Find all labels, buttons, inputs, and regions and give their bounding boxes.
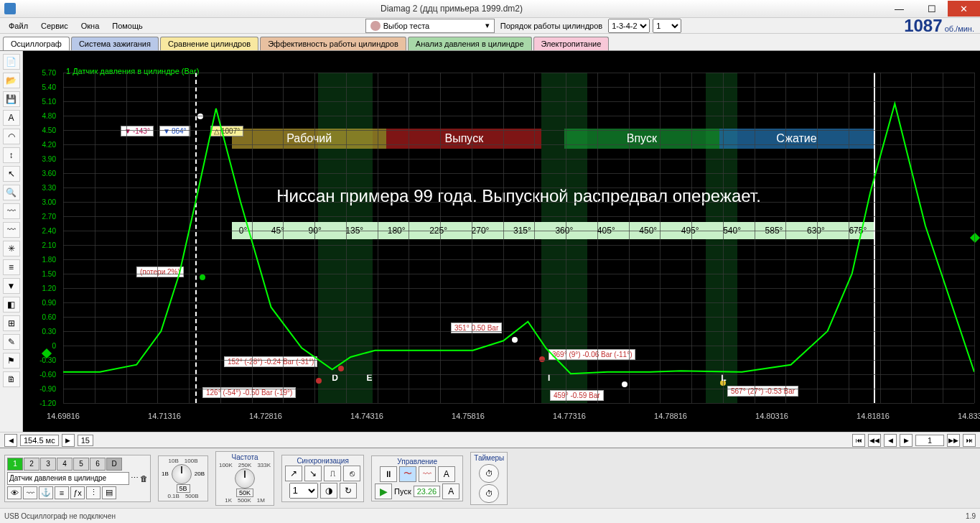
channel-D-button[interactable]: D — [106, 458, 122, 471]
window-title: Diamag 2 (ддц примьера 1999.dm2) — [20, 4, 883, 14]
sync-fall-button[interactable]: ↘ — [304, 466, 322, 481]
zoom-value[interactable]: 15 — [78, 435, 93, 446]
version-text: 1.9 — [966, 512, 976, 520]
wave-mode-1[interactable]: 〜 — [399, 466, 416, 482]
tool-wave3[interactable]: ✳ — [3, 241, 20, 256]
menu-file[interactable]: Файл — [3, 20, 34, 32]
channel-5-button[interactable]: 5 — [73, 458, 89, 471]
status-text: USB Осциллограф не подключен — [4, 512, 116, 520]
channel-trash-button[interactable]: 🗑 — [140, 474, 148, 483]
tool-trigger[interactable]: ◠ — [3, 129, 20, 144]
y-axis: 5.705.405.104.804.504.203.903.603.303.00… — [23, 51, 60, 425]
tool-open[interactable]: 📂 — [3, 73, 20, 88]
tool-flag[interactable]: ▼ — [3, 278, 20, 294]
tool-anchor[interactable]: ⚓ — [39, 486, 53, 499]
nav-fwd-button[interactable]: ▶ — [900, 434, 913, 447]
nav-first-button[interactable]: ⏮ — [852, 434, 865, 447]
voltage-knob[interactable] — [172, 464, 192, 484]
frequency-title: Частота — [232, 453, 258, 461]
channel-2-button[interactable]: 2 — [24, 458, 39, 471]
tab-efficiency[interactable]: Эффективность работы цилиндров — [260, 37, 406, 50]
tool-flag2[interactable]: ⚑ — [3, 353, 20, 369]
tool-new[interactable]: 📄 — [3, 54, 20, 70]
test-select-label: Выбор теста — [383, 22, 429, 30]
nav-last-button[interactable]: ⏭ — [963, 434, 976, 447]
frequency-knob[interactable] — [235, 468, 255, 489]
channel-1-button[interactable]: 1 — [7, 458, 23, 471]
channel-6-button[interactable]: 6 — [90, 458, 106, 471]
tab-compare[interactable]: Сравнение цилиндров — [160, 37, 258, 50]
tab-pressure[interactable]: Анализ давления в цилиндре — [408, 37, 532, 50]
tab-oscilloscope[interactable]: Осциллограф — [3, 37, 70, 50]
tab-ignition[interactable]: Система зажигания — [71, 37, 159, 50]
time-next-button[interactable]: ▶ — [62, 434, 75, 447]
test-select-dropdown[interactable]: Выбор теста ▾ — [365, 19, 495, 33]
rpm-value: 1087 — [904, 16, 942, 35]
sync-rise-button[interactable]: ↗ — [285, 466, 302, 481]
tool-doc[interactable]: 🗎 — [3, 371, 20, 387]
tool-fx[interactable]: ƒx — [70, 486, 85, 499]
app-icon — [4, 3, 16, 14]
timers-group: Таймеры ⏱ ⏱ — [470, 452, 508, 505]
sync-loop-button[interactable]: ↻ — [340, 483, 357, 499]
play-button[interactable]: ▶ — [375, 483, 392, 499]
auto-mode-button[interactable]: A — [438, 466, 455, 482]
tool-grid[interactable]: ⊞ — [3, 315, 20, 331]
minimize-button[interactable]: — — [883, 1, 915, 17]
tool-wave1[interactable]: 〰 — [3, 203, 20, 219]
timers-title: Таймеры — [474, 454, 504, 462]
sync-group: Синхронизация ↗ ↘ ⎍ ⎋ 1 ◑ ↻ — [281, 455, 364, 502]
tool-align[interactable]: ≡ — [3, 259, 20, 275]
wave-mode-2[interactable]: 〰 — [419, 466, 436, 482]
timer-2-button[interactable]: ⏱ — [479, 484, 499, 503]
x-axis: 14.6981614.7131614.7281614.7431614.75816… — [63, 412, 974, 426]
time-value: 23.26 — [414, 486, 441, 497]
bottom-panel: 123456D ⋯ 🗑 👁 〰 ⚓ ≡ ƒx ⋮ ▤ 10B100B 1B 20… — [0, 448, 980, 508]
tool-lines[interactable]: ≡ — [55, 486, 69, 499]
control-title: Управление — [397, 458, 437, 466]
menu-windows[interactable]: Окна — [75, 20, 106, 32]
time-span-value: 154.5 мс — [20, 435, 59, 446]
channel-menu-button[interactable]: ⋯ — [131, 473, 139, 483]
timer-1-button[interactable]: ⏱ — [479, 464, 499, 483]
firing-order-spin[interactable]: 1 — [653, 19, 681, 33]
sync-ext-button[interactable]: ⎋ — [343, 466, 360, 481]
nav-back-button[interactable]: ◀ — [884, 434, 897, 447]
tool-pointer[interactable]: ↖ — [3, 166, 20, 182]
auto2-button[interactable]: A — [442, 483, 459, 499]
tool-wave2[interactable]: 〰 — [3, 222, 20, 238]
sync-auto-button[interactable]: ◑ — [320, 483, 337, 499]
tool-auto[interactable]: A — [3, 110, 20, 126]
channel-name-input[interactable] — [7, 472, 129, 485]
tool-bars[interactable]: ▤ — [102, 486, 116, 499]
oscilloscope-chart[interactable]: 5.705.405.104.804.504.203.903.603.303.00… — [23, 51, 980, 432]
tool-save[interactable]: 💾 — [3, 91, 20, 107]
tool-cursor[interactable]: ↕ — [3, 147, 20, 163]
frequency-group: Частота 100K250K333K 50K 1K500K1M — [215, 451, 274, 506]
tabbar: Осциллограф Система зажигания Сравнение … — [0, 34, 980, 51]
menu-help[interactable]: Помощь — [106, 20, 149, 32]
nav-prev-button[interactable]: ◀◀ — [868, 434, 881, 447]
nav-ffwd-button[interactable]: ▶▶ — [947, 434, 960, 447]
tool-marker[interactable]: ✎ — [3, 334, 20, 350]
titlebar: Diamag 2 (ддц примьера 1999.dm2) — ☐ ✕ — [0, 0, 980, 18]
pause-button[interactable]: ⏸ — [380, 466, 397, 482]
sync-channel-select[interactable]: 1 — [289, 483, 318, 499]
close-button[interactable]: ✕ — [948, 1, 980, 17]
tool-dots[interactable]: ⋮ — [86, 486, 101, 499]
sync-edge-button[interactable]: ⎍ — [324, 466, 341, 481]
rpm-unit: об./мин. — [945, 24, 974, 33]
channel-3-button[interactable]: 3 — [40, 458, 56, 471]
maximize-button[interactable]: ☐ — [915, 1, 948, 17]
time-prev-button[interactable]: ◀ — [4, 434, 17, 447]
menu-service[interactable]: Сервис — [35, 20, 74, 32]
tool-color[interactable]: ◧ — [3, 297, 20, 313]
channel-4-button[interactable]: 4 — [57, 458, 73, 471]
tool-wave[interactable]: 〰 — [23, 486, 37, 499]
page-value: 1 — [915, 435, 944, 446]
firing-order-select[interactable]: 1-3-4-2 — [608, 19, 650, 33]
tab-power[interactable]: Электропитание — [533, 37, 610, 50]
tool-eye[interactable]: 👁 — [7, 486, 22, 499]
tool-zoom[interactable]: 🔍 — [3, 185, 20, 200]
rpm-display: 1087 об./мин. — [904, 16, 974, 36]
